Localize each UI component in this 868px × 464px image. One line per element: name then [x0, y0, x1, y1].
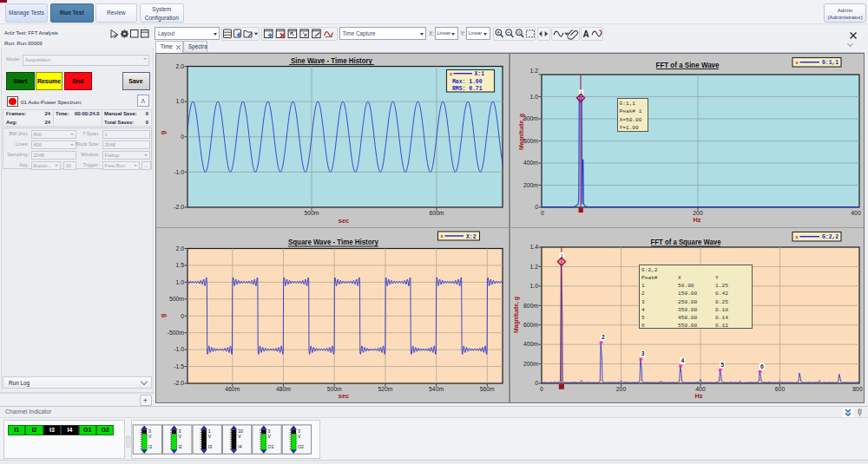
- svg-text:O1: O1: [268, 444, 274, 449]
- svg-text:Hz: Hz: [693, 216, 700, 224]
- svg-text:800m: 800m: [523, 115, 538, 121]
- svg-text:Square Wave - Time History: Square Wave - Time History: [288, 238, 378, 246]
- svg-text:0: 0: [535, 204, 538, 210]
- svg-text:6: 6: [641, 323, 645, 329]
- svg-text:2: 2: [602, 334, 605, 340]
- svg-text:Magnitude, g: Magnitude, g: [517, 114, 525, 150]
- svg-text:0: 0: [181, 313, 184, 319]
- svg-text:G:1,1: G:1,1: [620, 101, 636, 107]
- svg-text:V: V: [268, 434, 272, 439]
- svg-text:0.25: 0.25: [715, 299, 728, 305]
- svg-text:Peak# 1: Peak# 1: [620, 108, 642, 114]
- svg-text:600m: 600m: [523, 322, 538, 328]
- svg-text:FFT of a Square Wave: FFT of a Square Wave: [651, 238, 721, 246]
- svg-text:I4: I4: [238, 444, 241, 449]
- svg-text:0.42: 0.42: [715, 291, 728, 297]
- svg-text:1.2: 1.2: [530, 264, 539, 270]
- svg-text:450.00: 450.00: [678, 315, 698, 321]
- svg-text:800: 800: [852, 386, 863, 392]
- svg-text:1.4: 1.4: [530, 244, 539, 250]
- svg-text:200: 200: [616, 386, 627, 392]
- svg-text:520m: 520m: [378, 386, 392, 392]
- svg-text:0: 0: [181, 134, 184, 140]
- svg-text:x: x: [440, 233, 444, 239]
- svg-text:1.0: 1.0: [530, 94, 539, 100]
- svg-text:0.14: 0.14: [715, 315, 728, 321]
- svg-text:3: 3: [641, 299, 645, 305]
- svg-text:sec: sec: [339, 217, 350, 225]
- svg-text:500m: 500m: [327, 386, 342, 392]
- svg-text:0: 0: [535, 380, 538, 386]
- svg-text:I1: I1: [148, 444, 152, 449]
- svg-text:400: 400: [851, 210, 861, 216]
- svg-text:Y=1.00: Y=1.00: [620, 125, 640, 131]
- svg-text:1: 1: [641, 283, 645, 289]
- svg-text:500m: 500m: [304, 210, 319, 216]
- svg-text:600m: 600m: [523, 138, 538, 144]
- svg-text:0.18: 0.18: [715, 307, 728, 313]
- svg-text:1.5: 1.5: [176, 262, 185, 268]
- svg-text:1.0: 1.0: [176, 279, 185, 285]
- svg-text:600m: 600m: [429, 210, 444, 216]
- svg-text:0.12: 0.12: [715, 323, 728, 329]
- svg-text:400m: 400m: [523, 341, 538, 347]
- svg-text:RMS: 0.71: RMS: 0.71: [452, 86, 483, 92]
- svg-text:-1.0: -1.0: [174, 346, 184, 352]
- svg-text:X:1: X:1: [475, 71, 485, 77]
- svg-text:150.00: 150.00: [678, 291, 698, 297]
- svg-text:V: V: [148, 434, 152, 439]
- svg-text:I2: I2: [178, 444, 181, 449]
- svg-text:-2.0: -2.0: [174, 204, 184, 210]
- svg-text:200m: 200m: [523, 361, 538, 367]
- svg-text:A: A: [582, 29, 589, 39]
- svg-text:550.00: 550.00: [678, 323, 698, 329]
- svg-text:g: g: [159, 313, 167, 317]
- svg-text:560m: 560m: [480, 386, 495, 392]
- svg-text:-500m: -500m: [168, 330, 185, 336]
- svg-text:1.0: 1.0: [176, 98, 185, 104]
- svg-text:200m: 200m: [523, 182, 538, 188]
- svg-text:200: 200: [693, 210, 703, 216]
- svg-text:1: 1: [561, 253, 563, 258]
- svg-text:50.00: 50.00: [678, 283, 694, 289]
- svg-text:Max: 1.00: Max: 1.00: [452, 79, 483, 85]
- svg-text:540m: 540m: [429, 386, 444, 392]
- svg-text:2.0: 2.0: [176, 63, 185, 69]
- svg-text:-1.0: -1.0: [174, 169, 184, 175]
- svg-text:X:2: X:2: [466, 234, 477, 240]
- svg-text:0: 0: [540, 386, 543, 392]
- svg-text:V: V: [238, 434, 241, 439]
- svg-text:X: X: [678, 275, 681, 281]
- svg-text:500m: 500m: [169, 296, 184, 302]
- svg-text:460m: 460m: [225, 386, 240, 392]
- svg-text:X=50.00: X=50.00: [620, 117, 642, 123]
- svg-text:0: 0: [541, 210, 544, 216]
- svg-text:4: 4: [681, 357, 684, 363]
- svg-text:480m: 480m: [276, 386, 291, 392]
- svg-text:FFT of a Sine Wave: FFT of a Sine Wave: [656, 61, 720, 69]
- svg-text:x: x: [795, 60, 799, 66]
- svg-text:250.00: 250.00: [678, 299, 698, 305]
- svg-text:Sine Wave - Time History: Sine Wave - Time History: [291, 56, 372, 65]
- svg-text:6: 6: [760, 363, 764, 369]
- svg-text:-2.0: -2.0: [174, 380, 184, 386]
- svg-text:Magnitude, g: Magnitude, g: [512, 297, 520, 333]
- svg-text:Hz: Hz: [694, 392, 702, 400]
- svg-text:400m: 400m: [523, 160, 538, 166]
- svg-text:1.25: 1.25: [715, 283, 728, 289]
- svg-text:g: g: [159, 130, 167, 134]
- svg-text:V: V: [208, 434, 212, 439]
- svg-text:600: 600: [775, 386, 786, 392]
- svg-text:1.2: 1.2: [530, 68, 539, 74]
- svg-text:Peak#: Peak#: [641, 275, 658, 281]
- svg-text:G:2,2: G:2,2: [641, 267, 658, 273]
- svg-text:I3: I3: [208, 444, 212, 449]
- svg-text:sec: sec: [339, 392, 350, 400]
- svg-text:3: 3: [641, 350, 645, 356]
- svg-text:350.00: 350.00: [678, 307, 698, 313]
- svg-text:400: 400: [695, 386, 706, 392]
- svg-text:V: V: [178, 434, 181, 439]
- svg-text:G:2,2: G:2,2: [822, 234, 838, 240]
- svg-text:O2: O2: [298, 444, 304, 449]
- svg-text:4: 4: [641, 307, 645, 313]
